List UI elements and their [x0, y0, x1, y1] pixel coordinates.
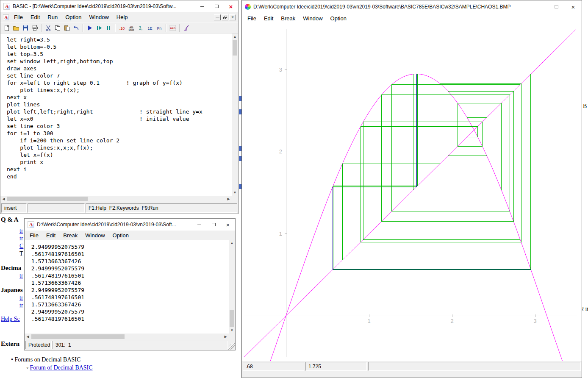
scroll-thumb[interactable]: [7, 197, 88, 201]
scroll-right-button[interactable]: ▶: [222, 334, 229, 340]
comma-notation-button[interactable]: 3,: [136, 23, 145, 33]
undo-button[interactable]: [72, 23, 81, 33]
minimize-icon: [197, 225, 201, 225]
scroll-up-button[interactable]: ▲: [232, 33, 238, 40]
bg-link[interactable]: C: [19, 243, 23, 250]
chaos-minimize-button[interactable]: [531, 0, 548, 13]
scroll-thumb[interactable]: [31, 334, 125, 339]
output-close-button[interactable]: ×: [221, 219, 235, 231]
scroll-thumb[interactable]: [233, 40, 237, 56]
scroll-down-button[interactable]: ▼: [232, 189, 238, 196]
output-minimize-button[interactable]: [192, 219, 206, 231]
function-keys-hint: F1:Help F2:Keywords F9:Run: [86, 203, 237, 213]
broom-icon: [183, 25, 190, 31]
resize-grip[interactable]: [228, 343, 235, 350]
output-maximize-button[interactable]: [206, 219, 221, 231]
scroll-left-button[interactable]: ◀: [0, 196, 7, 202]
editor-minimize-button[interactable]: [195, 0, 209, 12]
step-button[interactable]: [94, 23, 104, 33]
chaos-maximize-button[interactable]: [548, 0, 565, 13]
chaos-graphics-window: D:\Werk\Computer Idee\cid2019\cid2019-03…: [241, 0, 582, 378]
pause-icon: [105, 25, 112, 31]
editor-toolbar: .101010003,1EFnDEG: [0, 22, 238, 33]
status-panel-empty: [28, 203, 85, 213]
deg-icon: DEG: [169, 25, 176, 31]
chaos-close-button[interactable]: ×: [565, 0, 582, 13]
editor-vertical-scrollbar[interactable]: ▲ ▼: [232, 33, 238, 196]
pause-button[interactable]: [104, 23, 113, 33]
bg-link[interactable]: tr: [19, 295, 23, 301]
basic-app-icon: A: [28, 221, 34, 228]
save-file-button[interactable]: [21, 23, 30, 33]
editor-close-button[interactable]: ×: [224, 0, 238, 12]
svg-text:DEG: DEG: [170, 27, 175, 30]
open-file-button[interactable]: [11, 23, 21, 33]
mdi-restore-button[interactable]: [222, 14, 228, 20]
output-menu-option[interactable]: Option: [109, 231, 133, 240]
chaos-menu-window[interactable]: Window: [299, 13, 326, 24]
toolbar-separator: [179, 24, 180, 32]
comma3-icon: 3,: [137, 25, 144, 31]
degree-mode-button[interactable]: DEG: [168, 23, 178, 33]
scroll-thumb[interactable]: [230, 310, 234, 327]
window-bottom-edge: [242, 372, 582, 378]
code-editor-area[interactable]: let right=3.5 let bottom=-0.5 let top=3.…: [0, 33, 232, 196]
maximize-icon: [215, 5, 219, 8]
output-horizontal-scrollbar[interactable]: ◀ ▶: [25, 334, 229, 340]
editor-menu-help[interactable]: Help: [113, 12, 132, 22]
editor-caption-buttons: ×: [195, 0, 238, 12]
editor-menu-window[interactable]: Window: [86, 12, 113, 22]
editor-menu-edit[interactable]: Edit: [27, 12, 44, 22]
line-column-indicator: 301: 1: [53, 341, 227, 349]
mdi-minimize-button[interactable]: [214, 14, 221, 20]
insert-mode-indicator: insert: [1, 203, 27, 213]
decimal-notation-button[interactable]: .10: [117, 23, 127, 33]
svg-text:Fn: Fn: [157, 26, 162, 31]
scroll-right-button[interactable]: ▶: [225, 196, 232, 202]
chaos-menu-edit[interactable]: Edit: [260, 13, 277, 24]
bg-link[interactable]: tr: [19, 235, 23, 242]
scroll-left-button[interactable]: ◀: [25, 334, 31, 340]
rational-notation-button[interactable]: 101000: [127, 23, 136, 33]
mdi-close-button[interactable]: ×: [229, 14, 236, 20]
bg-link[interactable]: tr: [19, 272, 23, 279]
scroll-down-button[interactable]: ▼: [229, 327, 235, 334]
toolbar-separator: [166, 24, 166, 32]
bg-link[interactable]: tr: [19, 228, 23, 234]
bg-text: • Forums on Decimal BASIC: [11, 356, 80, 363]
output-menu-file[interactable]: File: [26, 231, 42, 240]
run-button[interactable]: [85, 23, 94, 33]
editor-maximize-button[interactable]: [209, 0, 224, 12]
chaos-menu-file[interactable]: File: [244, 13, 260, 24]
toolbar-separator: [83, 24, 83, 32]
cut-button[interactable]: [44, 23, 53, 33]
bg-link[interactable]: Help Sc: [1, 316, 20, 322]
svg-text:2: 2: [450, 318, 453, 324]
svg-text:1: 1: [279, 231, 282, 237]
output-menu-window[interactable]: Window: [81, 231, 108, 240]
minimize-icon: [538, 7, 541, 7]
chaos-menu-break[interactable]: Break: [277, 13, 299, 24]
print-button[interactable]: [30, 23, 39, 33]
function-keys-button[interactable]: Fn: [155, 23, 164, 33]
bg-text: T: [19, 250, 23, 257]
bg-link[interactable]: tr: [19, 302, 23, 309]
broom-button[interactable]: [182, 23, 191, 33]
copy-button[interactable]: [53, 23, 62, 33]
exponent-notation-button[interactable]: 1E: [145, 23, 155, 33]
editor-menu-file[interactable]: File: [10, 12, 27, 22]
chaos-menu-option[interactable]: Option: [327, 13, 350, 24]
new-file-button[interactable]: [2, 23, 11, 33]
bg-link[interactable]: ◦ Forum of Decimal BASIC: [26, 364, 93, 371]
output-menu-break[interactable]: Break: [59, 231, 81, 240]
editor-menubar: A FileEditRunOptionWindowHelp ×: [0, 12, 238, 22]
scroll-up-button[interactable]: ▲: [229, 240, 235, 246]
editor-horizontal-scrollbar[interactable]: ◀ ▶: [0, 196, 232, 203]
output-vertical-scrollbar[interactable]: ▲ ▼: [229, 240, 235, 334]
editor-menu-option[interactable]: Option: [61, 12, 85, 22]
paste-button[interactable]: [62, 23, 72, 33]
output-statusbar: Protected 301: 1: [25, 340, 235, 350]
editor-menu-run[interactable]: Run: [44, 12, 61, 22]
output-caption-buttons: ×: [192, 219, 235, 231]
output-menu-edit[interactable]: Edit: [42, 231, 59, 240]
